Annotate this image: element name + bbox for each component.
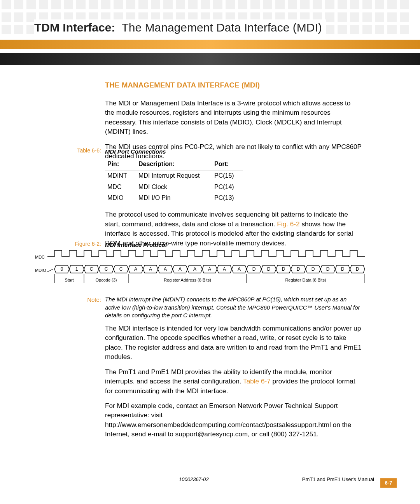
table-row: MDINT MDI Interrupt Request PC(15) (105, 170, 243, 182)
th-desc: Description: (136, 158, 212, 170)
page-title-bold: TDM Interface: (34, 21, 115, 34)
svg-text:A: A (134, 266, 137, 272)
section-heading: THE MANAGEMENT DATA INTERFACE (MDI) (105, 80, 362, 92)
page-title-sub: The Management Data Interface (MDI) (122, 21, 322, 34)
mdc-label: MDC (35, 254, 45, 260)
svg-text:C: C (119, 266, 123, 272)
figure-label: Figure 6-2: (0, 240, 101, 248)
svg-text:D: D (267, 266, 271, 272)
grp-regdata: Register Data (8 Bits) (285, 278, 326, 282)
grp-start: Start (65, 278, 74, 282)
manual-name: PmT1 and PmE1 User's Manual (302, 476, 374, 483)
table-row: MDIO MDI I/O Pin PC(13) (105, 192, 243, 203)
page-number: 6-7 (380, 478, 397, 488)
table-caption: MDI Port Connections (105, 148, 166, 155)
fig-ref-link[interactable]: Fig. 6-2 (277, 220, 299, 228)
paragraph-4: The MDI interface is intended for very l… (105, 324, 362, 362)
table-label: Table 6-6: (0, 147, 101, 155)
svg-text:D: D (356, 266, 359, 272)
svg-text:D: D (297, 266, 300, 272)
grp-opcode: Opcode (3) (95, 278, 117, 282)
svg-text:D: D (312, 266, 315, 272)
svg-text:D: D (282, 266, 285, 272)
svg-text:A: A (223, 266, 226, 272)
mdio-label: MDIO (35, 268, 46, 273)
page-title: TDM Interface: The Management Data Inter… (34, 19, 326, 36)
orange-band (0, 40, 420, 49)
svg-text:A: A (193, 266, 196, 272)
svg-text:A: A (238, 266, 241, 272)
svg-text:D: D (341, 266, 345, 272)
svg-text:C: C (105, 266, 108, 272)
svg-text:A: A (208, 266, 211, 272)
svg-text:A: A (164, 266, 167, 272)
note-text: The MDI interrupt line (MDINT) connects … (105, 296, 362, 320)
svg-text:1: 1 (75, 266, 78, 272)
paragraph-6: For MDI example code, contact an Emerson… (105, 401, 362, 439)
table-ref-link[interactable]: Table 6-7 (243, 377, 271, 385)
doc-id: 10002367-02 (179, 476, 209, 483)
paragraph-1: The MDI or Management Data Interface is … (105, 98, 362, 136)
svg-text:A: A (149, 266, 152, 272)
svg-text:C: C (90, 266, 93, 272)
dark-band (0, 53, 420, 65)
paragraph-5: The PmT1 and PmE1 MDI provides the abili… (105, 367, 362, 396)
note-label: Note: (0, 296, 101, 304)
svg-text:0: 0 (61, 266, 63, 272)
page-footer: 10002367-02 PmT1 and PmE1 User's Manual … (0, 476, 420, 486)
mdi-port-table: Pin: Description: Port: MDINT MDI Interr… (105, 158, 243, 204)
mdi-protocol-diagram: MDC MDIO 01CCCAAAAAAAADDDDDDDD Start Opc… (35, 247, 385, 286)
timing-svg: 01CCCAAAAAAAADDDDDDDD Start Opcode (3) R… (35, 247, 385, 286)
table-row: MDC MDI Clock PC(14) (105, 182, 243, 192)
grp-regaddr: Register Address (8 Bits) (164, 278, 211, 282)
svg-text:D: D (326, 266, 330, 272)
th-port: Port: (212, 158, 243, 170)
svg-text:A: A (178, 266, 182, 272)
svg-text:D: D (252, 266, 256, 272)
th-pin: Pin: (105, 158, 136, 170)
